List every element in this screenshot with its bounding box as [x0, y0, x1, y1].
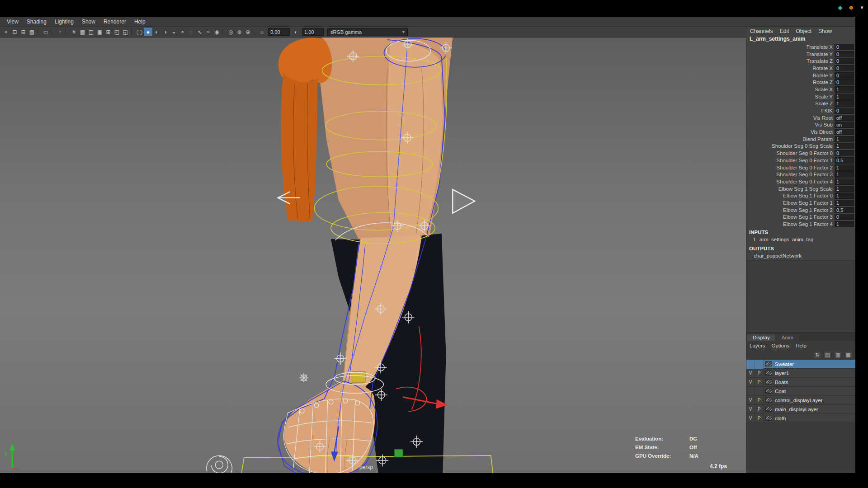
layer-row[interactable]: V P layer1 — [746, 369, 855, 378]
layer-editor-tab[interactable]: Anim — [776, 334, 799, 341]
toolbar-icon[interactable] — [131, 28, 134, 35]
channel-value-field[interactable]: 0 — [835, 65, 854, 71]
channel-attribute-label[interactable]: Translate Z — [807, 58, 833, 64]
new-empty-layer-icon[interactable]: ▤ — [824, 351, 831, 359]
channel-attribute-label[interactable]: Rotate Y — [812, 73, 833, 78]
smooth-shade-icon[interactable]: ● — [144, 28, 152, 36]
layer-color-swatch[interactable] — [765, 371, 772, 375]
channel-attribute-label[interactable]: Elbow Seg 1 Seg Scale — [778, 186, 833, 192]
layer-name[interactable]: Coat — [774, 389, 786, 394]
channel-value-field[interactable]: 0.5 — [835, 157, 854, 164]
perspective-viewport[interactable]: y Evaluation: DG EM State: Off GPU Overr… — [0, 38, 746, 473]
toolbar-icon[interactable] — [38, 28, 40, 35]
layer-visibility-toggle[interactable]: V — [746, 396, 755, 405]
channel-attribute-label[interactable]: FKIK — [821, 108, 833, 113]
fk-wrist-control[interactable] — [352, 372, 365, 382]
select-camera-icon[interactable]: ⌖ — [2, 28, 10, 36]
channel-value-field[interactable]: 1 — [835, 221, 854, 227]
channel-value-field[interactable]: 1 — [835, 143, 854, 149]
menu-item[interactable]: Help — [796, 343, 807, 348]
toolbar-icon[interactable] — [222, 28, 225, 35]
input-node-item[interactable]: L_arm_settings_anim_tag — [746, 237, 855, 244]
ambient-occlusion-icon[interactable]: ◌ — [187, 28, 195, 36]
layer-playback-toggle[interactable]: P — [755, 414, 764, 423]
layer-playback-toggle[interactable] — [755, 387, 764, 396]
layer-visibility-toggle[interactable]: V — [746, 414, 755, 423]
layer-options-icon[interactable]: ▦ — [844, 351, 852, 359]
layer-color-swatch[interactable] — [765, 361, 772, 366]
channel-value-field[interactable]: 1 — [835, 100, 854, 107]
layer-playback-toggle[interactable]: P — [755, 405, 764, 414]
menu-item[interactable]: Show — [818, 28, 832, 34]
selected-object-name[interactable]: L_arm_settings_anim — [746, 36, 855, 43]
xray-icon[interactable]: ⊗ — [235, 28, 244, 36]
layer-name[interactable]: Sweater — [774, 361, 794, 367]
channel-attribute-label[interactable]: Rotate X — [812, 66, 833, 71]
channel-attribute-label[interactable]: Shoulder Seg 0 Factor 3 — [776, 172, 833, 177]
layer-visibility-toggle[interactable] — [746, 360, 755, 369]
channel-attribute-label[interactable]: Elbow Seg 1 Factor 0 — [783, 193, 833, 198]
camera-attributes-icon[interactable]: ⊟ — [19, 28, 28, 36]
channel-value-field[interactable]: 0 — [835, 58, 854, 64]
channel-attribute-label[interactable]: Rotate Z — [813, 80, 833, 85]
channel-value-field[interactable]: 0 — [835, 150, 854, 156]
image-plane-icon[interactable]: ▭ — [42, 28, 50, 36]
layer-row[interactable]: V P Boats — [746, 378, 855, 387]
gate-mask-icon[interactable]: ▣ — [95, 28, 104, 36]
channel-value-field[interactable]: 0.5 — [835, 207, 854, 213]
safe-action-icon[interactable]: ◰ — [113, 28, 121, 36]
channel-value-field[interactable]: 1 — [835, 186, 854, 192]
channel-attribute-label[interactable]: Vis Sub — [815, 122, 833, 127]
layer-color-swatch[interactable] — [765, 380, 772, 385]
textured-icon[interactable]: ◑ — [161, 28, 170, 36]
layer-visibility-toggle[interactable]: V — [746, 369, 755, 378]
layer-playback-toggle[interactable]: P — [755, 396, 764, 405]
layer-playback-toggle[interactable]: P — [755, 378, 764, 387]
channel-attribute-label[interactable]: Translate Y — [807, 52, 833, 57]
layer-name[interactable]: main_displayLayer — [774, 407, 818, 412]
xray-joints-icon[interactable]: ⊕ — [244, 28, 252, 36]
layer-playback-toggle[interactable]: P — [755, 369, 764, 378]
exposure-field[interactable]: 0.00 — [268, 28, 290, 36]
layer-row[interactable]: V P cloth — [746, 414, 855, 423]
menu-item[interactable]: Renderer — [99, 19, 130, 25]
channel-value-field[interactable]: off — [835, 129, 854, 135]
anti-aliasing-icon[interactable]: ≈ — [204, 28, 212, 36]
channel-attribute-label[interactable]: Blend Param — [803, 136, 833, 142]
panel-layout-icon[interactable]: ▾ — [858, 4, 866, 11]
field-chart-icon[interactable]: ⊞ — [104, 28, 113, 36]
menu-item[interactable]: Edit — [780, 28, 789, 34]
toolbar-icon[interactable] — [254, 28, 256, 35]
channel-attribute-label[interactable]: Shoulder Seg 0 Factor 1 — [776, 158, 833, 163]
channel-attribute-label[interactable]: Vis Direct — [811, 129, 833, 135]
layer-row[interactable]: V P control_displayLayer — [746, 396, 855, 405]
channel-attribute-label[interactable]: Shoulder Seg 0 Factor 2 — [776, 165, 833, 170]
gamma-toggle-icon[interactable]: ◐ — [292, 28, 300, 36]
channel-attribute-label[interactable]: Translate X — [807, 44, 833, 50]
menu-item[interactable]: Show — [78, 19, 99, 25]
menu-item[interactable]: Shading — [23, 19, 51, 25]
wireframe-icon[interactable]: ◯ — [135, 28, 144, 36]
channel-attribute-label[interactable]: Scale Y — [815, 94, 833, 99]
layer-color-swatch[interactable] — [765, 389, 772, 394]
channel-value-field[interactable]: 0 — [835, 44, 854, 50]
channel-value-field[interactable]: 1 — [835, 164, 854, 171]
channel-value-field[interactable]: on — [835, 122, 854, 128]
exposure-toggle-icon[interactable]: ☼ — [258, 28, 266, 36]
layer-color-swatch[interactable] — [765, 398, 772, 403]
layer-name[interactable]: cloth — [774, 416, 786, 421]
toolbar-icon[interactable] — [66, 28, 68, 35]
safe-title-icon[interactable]: ◱ — [121, 28, 130, 36]
menu-item[interactable]: Help — [130, 19, 150, 25]
layer-editor-tab[interactable]: Display — [747, 334, 775, 341]
channel-value-field[interactable]: 1 — [835, 86, 854, 93]
app-badge-icon[interactable]: ◆ — [836, 4, 844, 11]
layer-row[interactable]: V P main_displayLayer — [746, 405, 855, 414]
channel-attribute-label[interactable]: Elbow Seg 1 Factor 3 — [783, 214, 833, 220]
channel-value-field[interactable]: off — [835, 115, 854, 121]
channel-value-field[interactable]: 0 — [835, 79, 854, 85]
view-transform-dropdown[interactable]: sRGB gamma ▾ — [327, 28, 408, 36]
layer-name[interactable]: Boats — [774, 380, 788, 385]
resolution-gate-icon[interactable]: ◫ — [87, 28, 95, 36]
channel-attribute-label[interactable]: Vis Root — [813, 115, 833, 121]
